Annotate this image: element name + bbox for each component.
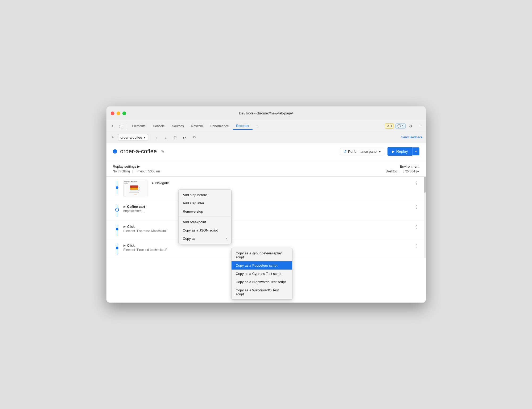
delete-btn[interactable]: 🗑 [172,134,179,141]
tab-performance[interactable]: Performance [207,123,232,130]
step-click-1-detail: Element "Espresso Macchiato" [123,229,413,233]
window-title: DevTools - chrome://new-tab-page/ [239,111,293,115]
title-bar: DevTools - chrome://new-tab-page/ [106,106,426,120]
environment-detail: Desktop | 372×804 px [386,170,419,173]
chat-icon: 💬 [397,124,401,128]
settings-detail: No throttling | Timeout: 5000 ms [113,170,386,173]
menu-remove-step[interactable]: Remove step [179,207,231,216]
submenu-webdriverio[interactable]: Copy as a WebdriverIO Test script [232,286,292,298]
tab-recorder[interactable]: Recorder [233,122,252,130]
edit-name-icon[interactable]: ✎ [161,149,164,154]
circle-arrow-icon: ↺ [193,135,196,140]
tab-sources[interactable]: Sources [169,123,187,130]
step-coffee-cart-detail: https://coffee... [123,209,413,213]
menu-divider-1 [179,217,231,217]
step-navigate-expand: ▶ [152,181,154,185]
recording-name-label: order-a-coffee [121,135,142,139]
step-navigate-title: ▶ Navigate [152,181,413,185]
timeline-coffee-cart [113,204,121,217]
resolution-label: 372×804 px [402,170,419,173]
settings-btn[interactable]: ⚙ [407,122,415,130]
step-click-1-title: ▶ Click [123,225,413,229]
step-navigate-content: ▶ Navigate [152,180,413,185]
step-click-1: ▶ Click Element "Espresso Macchiato" ⋮ [106,220,426,239]
tab-more-area: ⚠ 1 💬 1 ⚙ ⋮ [385,122,423,130]
timeline-click-1 [113,224,121,236]
step-coffee-cart-content: ▶ Coffee cart https://coffee... [123,204,413,213]
replay-button[interactable]: ▶ Replay [387,147,412,156]
step-coffee-cart-more-btn[interactable]: ⋮ [413,204,419,210]
circle-arrow-btn[interactable]: ↺ [191,134,198,141]
replay-btn-group: ▶ Replay ▾ [387,147,419,156]
step-forward-btn[interactable]: ⏭ [181,134,189,141]
step-navigate-more-btn[interactable]: ⋮ [413,180,419,186]
close-button[interactable] [111,111,114,115]
recording-title: order-a-coffee [120,148,157,155]
cursor-icon-btn[interactable]: ⌖ [109,122,116,130]
throttling-label: No throttling [113,170,130,173]
chevron-right-icon: » [256,124,258,128]
svg-rect-1 [130,185,138,188]
step-click-2-more-btn[interactable]: ⋮ [413,242,419,249]
timeline-navigate [113,180,121,194]
settings-expand-icon: ▶ [137,164,140,168]
settings-left: Replay settings ▶ No throttling | Timeou… [113,164,386,173]
svg-rect-2 [130,188,138,190]
coffee-mug-svg [129,184,142,193]
timeline-dot-hollow [115,208,119,212]
menu-add-step-before[interactable]: Add step before [179,191,231,199]
more-tabs-btn[interactable]: » [254,122,261,130]
toolbar-divider-1 [150,134,150,141]
desktop-label: Desktop [386,170,397,173]
tab-network[interactable]: Network [188,123,206,130]
submenu-puppeteer-replay[interactable]: Copy as a @puppeteer/replay script [232,249,292,261]
more-options-btn[interactable]: ⋮ [416,122,424,130]
context-menu-navigate: Add step before Add step after Remove st… [178,189,232,244]
tab-elements[interactable]: Elements [129,123,149,130]
step-coffee-cart: ▶ Coffee cart https://coffee... ⋮ [106,200,426,220]
traffic-lights [111,111,126,115]
copy-as-submenu: Copy as a @puppeteer/replay script Copy … [231,248,292,300]
replay-settings-title[interactable]: Replay settings ▶ [113,164,386,168]
settings-right: Environment Desktop | 372×804 px [386,164,419,173]
timeline-line-top [117,181,117,186]
import-btn[interactable]: ↓ [162,134,170,141]
step-navigate-thumbnail: Espresso Macchiato $12.00 coffee [123,180,147,197]
submenu-cypress[interactable]: Copy as a Cypress Test script [232,270,292,278]
warning-badge[interactable]: ⚠ 1 [385,123,394,129]
timeline-line-bottom [117,189,117,194]
recording-select[interactable]: order-a-coffee ▾ [118,134,148,141]
info-count: 1 [402,125,403,128]
warning-count: 1 [390,125,392,128]
upload-icon: ↑ [155,135,157,140]
trash-icon: 🗑 [173,135,177,140]
send-feedback-link[interactable]: Send feedback [401,135,422,139]
performance-icon: ↺ [344,150,347,154]
timeout-label: Timeout: 5000 ms [135,170,160,173]
menu-copy-json[interactable]: Copy as a JSON script [179,226,231,234]
performance-chevron-icon: ▾ [379,150,381,154]
tabs-row: ⌖ ⬚ Elements Console Sources Network Per… [106,120,426,132]
step-forward-icon: ⏭ [183,135,187,140]
info-badge[interactable]: 💬 1 [395,123,405,129]
step-click-1-content: ▶ Click Element "Espresso Macchiato" [123,224,413,233]
export-btn[interactable]: ↑ [152,134,160,141]
timeline-click-2 [113,242,121,255]
scroll-thumb[interactable] [424,177,426,193]
add-recording-btn[interactable]: + [110,134,116,141]
replay-dropdown-btn[interactable]: ▾ [412,147,419,155]
maximize-button[interactable] [122,111,126,115]
submenu-nightwatch[interactable]: Copy as a Nightwatch Test script [232,278,292,286]
gear-icon: ⚙ [409,124,413,128]
step-click-1-more-btn[interactable]: ⋮ [413,224,419,230]
menu-add-step-after[interactable]: Add step after [179,199,231,207]
more-vert-icon: ⋮ [418,124,422,128]
recording-header: order-a-coffee ✎ ↺ Performance panel ▾ ▶… [106,143,426,160]
minimize-button[interactable] [117,111,120,115]
dock-icon-btn[interactable]: ⬚ [117,122,125,130]
menu-add-breakpoint[interactable]: Add breakpoint [179,218,231,226]
submenu-puppeteer-script[interactable]: Copy as a Puppeteer script [232,261,292,270]
menu-copy-as[interactable]: Copy as › Copy as a @puppeteer/replay sc… [179,234,231,243]
performance-panel-btn[interactable]: ↺ Performance panel ▾ [340,148,384,155]
tab-console[interactable]: Console [150,123,168,130]
